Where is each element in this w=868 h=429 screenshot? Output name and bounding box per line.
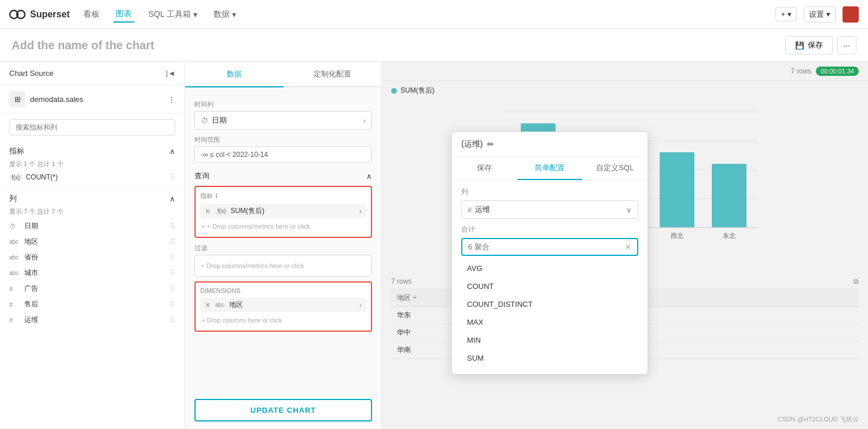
- logo-icon: [9, 6, 25, 23]
- logo-text: Superset: [30, 9, 69, 20]
- settings-label: 设置: [809, 9, 824, 20]
- page-header: Add the name of the chart 💾 保存 ···: [0, 29, 868, 62]
- query-collapse-icon[interactable]: ∧: [366, 172, 372, 181]
- drop-filter-hint[interactable]: + Drop columns/metrics here or click: [200, 260, 367, 272]
- popup-tab-simple[interactable]: 简单配置: [517, 157, 583, 180]
- dimensions-box: DIMENSIONS ✕ abc 地区 › + Drop columns her…: [194, 281, 372, 332]
- top-nav: Superset 看板 图表 SQL 工具箱 ▾ 数据 ▾ + ▾ 设置 ▾: [0, 0, 868, 29]
- sql-chevron-icon: ▾: [193, 10, 197, 19]
- middle-panel: 数据 定制化配置 时间列 ⏱ 日期 › 时间范围 -∞ ≤ col < 2022…: [185, 62, 382, 428]
- dimension-tag-region[interactable]: ✕ abc 地区 ›: [200, 298, 366, 312]
- tab-customize[interactable]: 定制化配置: [284, 62, 382, 87]
- fx-badge: f(x): [215, 207, 228, 215]
- hash-icon: #: [468, 206, 472, 214]
- metric-tag-sum-aftersale[interactable]: ✕ f(x) SUM(售后) ›: [200, 204, 366, 218]
- info-icon: ℹ: [215, 192, 218, 200]
- popup-title: (运维) ✏: [452, 132, 648, 157]
- collapse-icon[interactable]: |◄: [166, 69, 175, 78]
- col-item-province[interactable]: abc 省份 ⠿: [0, 250, 185, 265]
- tag-remove-icon[interactable]: ✕: [205, 207, 211, 215]
- agg-clear-icon[interactable]: ✕: [625, 243, 631, 251]
- agg-search-box: ✕: [461, 238, 638, 256]
- add-chevron-icon: ▾: [788, 10, 792, 19]
- agg-option-max[interactable]: MAX: [461, 313, 638, 331]
- string-icon: abc: [9, 270, 21, 276]
- agg-search-input[interactable]: [468, 243, 625, 251]
- tag-remove-icon[interactable]: ✕: [205, 301, 211, 309]
- user-avatar[interactable]: [843, 6, 859, 23]
- agg-option-sum[interactable]: SUM: [461, 349, 638, 367]
- edit-pencil-icon[interactable]: ✏: [487, 140, 494, 149]
- string-icon: abc: [9, 239, 21, 245]
- drag-icon: ⠿: [170, 254, 175, 262]
- agg-options-list: AVG COUNT COUNT_DISTINCT MAX MIN SUM: [461, 259, 638, 367]
- drop-metrics-hint[interactable]: + + Drop columns/metrics here or click: [200, 221, 366, 232]
- nav-charts[interactable]: 图表: [113, 6, 134, 23]
- columns-count: 显示 7 个 总计 7 个: [0, 206, 185, 218]
- metrics-collapse-icon[interactable]: ∧: [170, 147, 175, 156]
- col-item-ops[interactable]: # 运维 ⠿: [0, 312, 185, 328]
- metrics-section-header: 指标 ∧: [0, 141, 185, 159]
- nav-sql[interactable]: SQL 工具箱 ▾: [146, 7, 199, 22]
- metrics-box: 指标 ℹ ✕ f(x) SUM(售后) › + + Drop columns/m…: [194, 186, 372, 238]
- agg-option-count[interactable]: COUNT: [461, 277, 638, 295]
- col-item-ad[interactable]: # 广告 ⠿: [0, 281, 185, 296]
- divider: [0, 186, 185, 186]
- filter-box: + Drop columns/metrics here or click: [194, 255, 372, 277]
- columns-collapse-icon[interactable]: ∧: [170, 195, 175, 203]
- popup-col-select[interactable]: # 运维 ∨: [461, 200, 638, 219]
- plus-icon: +: [201, 223, 205, 230]
- chart-title[interactable]: Add the name of the chart: [12, 39, 155, 52]
- datasource-name[interactable]: demodata.sales: [30, 95, 163, 104]
- agg-option-count-distinct[interactable]: COUNT_DISTINCT: [461, 295, 638, 313]
- query-section-header: 查询 ∧: [194, 166, 372, 186]
- datasource-icon: ⊞: [9, 91, 25, 107]
- dropdown-arrow-icon: ∨: [626, 206, 632, 214]
- col-item-region[interactable]: abc 地区 ⠿: [0, 234, 185, 250]
- columns-section-header: 列 ∧: [0, 189, 185, 206]
- nav-data[interactable]: 数据 ▾: [211, 7, 238, 22]
- save-icon: 💾: [795, 41, 804, 50]
- time-column-select[interactable]: ⏱ 日期 ›: [194, 111, 372, 130]
- data-chevron-icon: ▾: [232, 10, 236, 19]
- col-item-aftersale[interactable]: # 售后 ⠿: [0, 296, 185, 312]
- agg-option-min[interactable]: MIN: [461, 331, 638, 349]
- metric-count-item[interactable]: f(x) COUNT(*) ⠿: [0, 171, 185, 184]
- save-button[interactable]: 💾 保存: [785, 36, 833, 54]
- update-chart-button[interactable]: UPDATE CHART: [194, 399, 372, 421]
- add-icon: +: [781, 10, 785, 19]
- datasource-more-icon[interactable]: ⋮: [168, 95, 175, 104]
- time-range-value[interactable]: -∞ ≤ col < 2022-10-14: [194, 146, 372, 163]
- right-panel: 7 rows 00:00:01.34 SUM(售后) 西南: [382, 62, 868, 428]
- col-item-date[interactable]: ⏱ 日期 ⠿: [0, 218, 185, 234]
- fx-badge: f(x): [9, 174, 22, 181]
- settings-button[interactable]: 设置 ▾: [804, 6, 836, 23]
- tab-data[interactable]: 数据: [185, 62, 284, 87]
- agg-option-avg[interactable]: AVG: [461, 259, 638, 277]
- popup-tab-custom-sql[interactable]: 自定义SQL: [582, 157, 648, 180]
- popup-body: 列 # 运维 ∨ 合计 ✕ AVG COUNT COUNT_DISTINCT M…: [452, 180, 648, 374]
- add-button[interactable]: + ▾: [775, 7, 797, 21]
- drag-icon: ⠿: [170, 173, 175, 181]
- search-input[interactable]: [9, 119, 175, 135]
- time-icon: ⏱: [201, 116, 208, 125]
- more-dots-icon: ···: [844, 41, 850, 50]
- more-button[interactable]: ···: [837, 36, 856, 54]
- popup-tabs: 保存 简单配置 自定义SQL: [452, 157, 648, 180]
- dim-arrow-icon: ›: [359, 301, 362, 309]
- search-box: [0, 113, 185, 141]
- sidebar-header: Chart Source |◄: [0, 62, 185, 85]
- left-sidebar: Chart Source |◄ ⊞ demodata.sales ⋮ 指标 ∧ …: [0, 62, 185, 428]
- main-layout: Chart Source |◄ ⊞ demodata.sales ⋮ 指标 ∧ …: [0, 62, 868, 428]
- col-label: 列: [461, 187, 638, 197]
- datasource-row: ⊞ demodata.sales ⋮: [0, 85, 185, 113]
- drop-dimensions-hint[interactable]: + Drop columns here or click: [200, 314, 366, 326]
- number-icon: #: [9, 285, 21, 292]
- nav-dashboard[interactable]: 看板: [81, 7, 102, 22]
- time-column-value: 日期: [212, 115, 363, 126]
- agg-label: 合计: [461, 225, 638, 234]
- popup-tab-save[interactable]: 保存: [452, 157, 517, 180]
- abc-icon: abc: [215, 302, 225, 308]
- drag-icon: ⠿: [170, 316, 175, 324]
- col-item-city[interactable]: abc 城市 ⠿: [0, 265, 185, 281]
